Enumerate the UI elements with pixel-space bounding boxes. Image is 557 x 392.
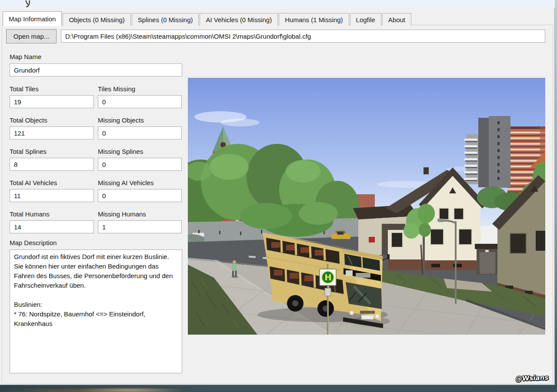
- missing-objects-input[interactable]: [98, 126, 182, 140]
- tab-label: Logfile: [356, 16, 375, 23]
- garage: [475, 244, 500, 274]
- map-description-textarea[interactable]: Grundorf ist ein fiktives Dorf mit einer…: [10, 249, 182, 373]
- map-preview-image: [188, 78, 545, 335]
- tab-label: About: [388, 16, 405, 23]
- tab-ai-vehicles[interactable]: AI Vehicles (0 Missing): [200, 13, 278, 26]
- tab-splines[interactable]: Splines (0 Missing): [132, 13, 199, 26]
- missing-humans-input[interactable]: [98, 220, 182, 233]
- balcony-building: [464, 134, 479, 184]
- total-tiles-label: Total Tiles: [10, 85, 39, 93]
- open-map-button[interactable]: Open map...: [6, 29, 57, 43]
- tab-objects[interactable]: Objects (0 Missing): [63, 13, 130, 26]
- window-titlebar: [0, 0, 555, 8]
- missing-splines-label: Missing Splines: [98, 148, 143, 155]
- tab-logfile[interactable]: Logfile: [350, 13, 381, 26]
- tab-about[interactable]: About: [382, 13, 411, 26]
- watermark: @Wsians: [515, 374, 549, 383]
- window-title-fragment: [24, 0, 33, 8]
- total-ai-vehicles-label: Total AI Vehicles: [10, 179, 57, 186]
- missing-ai-vehicles-label: Missing AI Vehicles: [98, 179, 153, 186]
- missing-humans-label: Missing Humans: [98, 210, 146, 218]
- missing-splines-input[interactable]: [98, 158, 182, 171]
- map-description-label: Map Description: [10, 239, 57, 246]
- total-splines-input[interactable]: [10, 158, 94, 171]
- total-humans-label: Total Humans: [10, 210, 50, 218]
- gray-tower: [478, 116, 510, 188]
- tab-map-information[interactable]: Map Information: [3, 11, 62, 26]
- desktop-wallpaper-strip: [0, 385, 557, 392]
- tab-label: Objects (0 Missing): [69, 16, 124, 23]
- tab-label: Splines (0 Missing): [138, 16, 193, 23]
- total-objects-input[interactable]: [10, 126, 94, 140]
- app-window: Map Information Objects (0 Missing) Spli…: [0, 8, 555, 385]
- tab-label: AI Vehicles (0 Missing): [206, 16, 272, 23]
- tab-label: Map Information: [9, 15, 56, 23]
- total-tiles-input[interactable]: [10, 95, 94, 108]
- missing-ai-vehicles-input[interactable]: [98, 189, 182, 202]
- total-objects-label: Total Objects: [10, 116, 47, 124]
- total-ai-vehicles-input[interactable]: [10, 189, 94, 202]
- red-object: [369, 237, 375, 243]
- tab-bar: Map Information Objects (0 Missing) Spli…: [3, 11, 411, 26]
- map-path-input[interactable]: [61, 30, 545, 43]
- white-house-wing: [388, 230, 423, 270]
- total-splines-label: Total Splines: [10, 148, 47, 155]
- tab-humans[interactable]: Humans (1 Missing): [279, 13, 349, 26]
- map-name-input[interactable]: [10, 63, 182, 76]
- desktop: Map Information Objects (0 Missing) Spli…: [0, 0, 557, 392]
- map-name-label: Map Name: [10, 53, 41, 60]
- total-humans-input[interactable]: [10, 220, 94, 233]
- tiles-missing-input[interactable]: [98, 95, 182, 108]
- tiles-missing-label: Tiles Missing: [98, 85, 135, 93]
- missing-objects-label: Missing Objects: [98, 116, 144, 124]
- tab-label: Humans (1 Missing): [285, 16, 343, 23]
